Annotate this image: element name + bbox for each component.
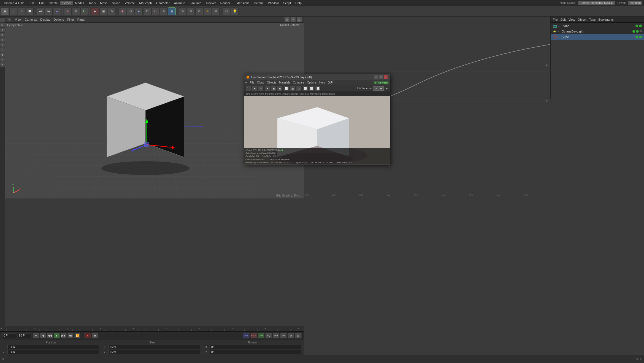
lv-tb-btn2[interactable]: ▶ bbox=[252, 86, 257, 91]
extrude-btn[interactable]: ⬡ bbox=[127, 7, 134, 15]
menu-select[interactable]: Select bbox=[60, 1, 73, 5]
menu-octane[interactable]: Octane bbox=[252, 1, 266, 5]
viewport-icon1[interactable]: ⊞ bbox=[285, 17, 289, 22]
redo-btn[interactable]: ↪ bbox=[45, 7, 53, 15]
sidebar-tool7-icon[interactable]: ◑ bbox=[0, 52, 5, 57]
rot-p-value[interactable]: 0° bbox=[210, 350, 301, 354]
lv-tb-btn4[interactable]: ⏹ bbox=[264, 86, 270, 91]
live-btn[interactable]: LVW bbox=[258, 333, 264, 338]
lv-materials-btn[interactable]: Materials bbox=[279, 81, 290, 84]
viewport-display-btn[interactable]: Display bbox=[40, 18, 50, 21]
snap3-btn[interactable]: ⊙ bbox=[195, 7, 203, 15]
lv-tb-btn1[interactable]: ⬛ bbox=[245, 86, 251, 91]
lv-cloud-btn[interactable]: Cloud bbox=[257, 81, 264, 84]
lv-tb-btn11[interactable]: ⬜ bbox=[309, 86, 314, 91]
lv-menu-icon[interactable]: ≡ bbox=[245, 81, 247, 84]
sidebar-tool9-icon[interactable]: ✦ bbox=[0, 62, 5, 67]
lv-tb-btn7[interactable]: ⬜ bbox=[283, 86, 289, 91]
menu-extensions[interactable]: Extensions bbox=[232, 1, 252, 5]
snap4-btn[interactable]: ⊚ bbox=[204, 7, 211, 15]
lv-maximize-btn[interactable]: □ bbox=[379, 75, 383, 79]
viewport-view-btn[interactable]: View bbox=[15, 18, 21, 21]
play-btn[interactable]: ▶ bbox=[54, 333, 60, 338]
pos-x-value[interactable]: 0 cm bbox=[7, 345, 99, 349]
loop-btn[interactable]: 🔁 bbox=[74, 333, 80, 338]
current-frame-display[interactable]: 0 F bbox=[2, 333, 16, 338]
knife-btn[interactable]: ✂ bbox=[151, 7, 159, 15]
octane-vis-dot2[interactable] bbox=[636, 30, 639, 33]
scale-tool-btn[interactable]: ⊞ bbox=[72, 7, 80, 15]
menu-spline[interactable]: Spline bbox=[110, 1, 123, 5]
lv-tb-btn8[interactable]: ▦ bbox=[290, 86, 295, 91]
sidebar-tool6-icon[interactable]: ⊙ bbox=[0, 47, 5, 52]
settings2-btn[interactable]: ⚙ bbox=[288, 333, 294, 338]
menu-render[interactable]: Render bbox=[218, 1, 232, 5]
size-y-value[interactable]: 0 cm bbox=[109, 350, 200, 354]
lv-render-area[interactable]: eForce RTX 2070 SUPER[DT](8.9) 48 Out-of… bbox=[244, 96, 390, 165]
om-object-btn[interactable]: Object bbox=[578, 18, 586, 21]
sidebar-tool3-icon[interactable]: ⊞ bbox=[0, 33, 5, 37]
sidebar-tool4-icon[interactable]: ⊛ bbox=[0, 37, 5, 42]
om-view-btn[interactable]: View bbox=[569, 18, 575, 21]
sidebar-tool5-icon[interactable]: ⊗ bbox=[0, 42, 5, 47]
om-bookmarks-btn[interactable]: Bookmarks bbox=[598, 18, 613, 21]
menu-animate[interactable]: Animate bbox=[172, 1, 187, 5]
lv-tb-btn10[interactable]: ⬜ bbox=[302, 86, 308, 91]
menu-tracker[interactable]: Tracker bbox=[204, 1, 218, 5]
rot-h-value[interactable]: 0° bbox=[210, 345, 301, 349]
lv-objects-btn[interactable]: Objects bbox=[267, 81, 276, 84]
sidebar-tool2-icon[interactable]: ◈ bbox=[0, 28, 5, 32]
menu-mograph[interactable]: MoGraph bbox=[137, 1, 154, 5]
lv-close-btn[interactable]: × bbox=[384, 75, 388, 79]
snap-btn[interactable]: ⊛ bbox=[179, 7, 186, 15]
move-tool-btn[interactable]: ✛ bbox=[64, 7, 72, 15]
record-btn[interactable]: ● bbox=[84, 333, 91, 338]
post-fx-btn[interactable]: PFX bbox=[273, 333, 279, 338]
vr-btn[interactable]: VR bbox=[280, 333, 287, 338]
menu-simulate[interactable]: Simulate bbox=[187, 1, 204, 5]
mode-polygon-btn[interactable]: ⬜ bbox=[26, 7, 34, 15]
max-frame-display[interactable]: 90 F bbox=[18, 333, 31, 338]
om-tags-btn[interactable]: Tags bbox=[589, 18, 596, 21]
light-btn[interactable]: 💡 bbox=[231, 7, 239, 15]
menu-cinema4d[interactable]: Cinema 4D R23 bbox=[2, 1, 28, 5]
ipr-btn[interactable]: IPR bbox=[243, 333, 250, 338]
snap2-btn[interactable]: ⊗ bbox=[187, 7, 195, 15]
lv-help-btn[interactable]: Help bbox=[319, 81, 325, 84]
menu-volume[interactable]: Volume bbox=[123, 1, 137, 5]
next-frame-btn[interactable]: ▶▶ bbox=[61, 333, 67, 338]
lv-compare-btn[interactable]: Compare bbox=[293, 81, 304, 84]
lv-gui-btn[interactable]: GUI bbox=[328, 81, 333, 84]
menu-create[interactable]: Create bbox=[47, 1, 60, 5]
sidebar-tool8-icon[interactable]: ⊕ bbox=[0, 57, 5, 62]
lv-options-btn[interactable]: Options bbox=[307, 81, 316, 84]
lv-tb-btn5[interactable]: ◼ bbox=[271, 86, 276, 91]
object-octane-row[interactable]: ▸ OctaneDayLight bbox=[551, 29, 644, 34]
play-reverse-btn[interactable]: ◀◀ bbox=[47, 333, 53, 338]
object-cube-row[interactable]: ▸ Cube bbox=[551, 34, 644, 40]
rotate-tool-btn[interactable]: ↻ bbox=[80, 7, 88, 15]
mode-edges-btn[interactable]: ⬡ bbox=[18, 7, 25, 15]
cube-vis-dot1[interactable] bbox=[635, 36, 638, 38]
plane-vis-dot2[interactable] bbox=[639, 25, 642, 27]
go-first-btn[interactable]: ⏮ bbox=[33, 333, 39, 338]
object-plane-row[interactable]: ▸ Plane bbox=[551, 23, 644, 29]
magnet-btn[interactable]: ⊕ bbox=[160, 7, 167, 15]
viewport-icon3[interactable]: ◻ bbox=[297, 17, 302, 22]
viewport-cameras-btn[interactable]: Cameras bbox=[25, 18, 37, 21]
cube-vis-dot2[interactable] bbox=[639, 36, 642, 38]
menu-character[interactable]: Character bbox=[154, 1, 172, 5]
viewport-panel-btn[interactable]: Panel bbox=[77, 18, 85, 21]
render-to-pic-btn[interactable]: ▣ bbox=[99, 7, 107, 15]
menu-modes[interactable]: Modes bbox=[73, 1, 86, 5]
menu-help[interactable]: Help bbox=[293, 1, 304, 5]
go-last-btn[interactable]: ⏭ bbox=[67, 333, 74, 338]
render-btn[interactable]: ▶ bbox=[91, 7, 99, 15]
mode-object-btn[interactable]: ◉ bbox=[1, 7, 9, 15]
axis-btn[interactable]: ⊞ bbox=[212, 7, 220, 15]
om-edit-btn[interactable]: Edit bbox=[561, 18, 566, 21]
plane-vis-dot1[interactable] bbox=[635, 25, 638, 27]
key-btn[interactable]: ◆ bbox=[92, 333, 98, 338]
select-tool-btn[interactable]: ▦ bbox=[168, 7, 176, 15]
prev-frame-btn[interactable]: ◀ bbox=[40, 333, 46, 338]
